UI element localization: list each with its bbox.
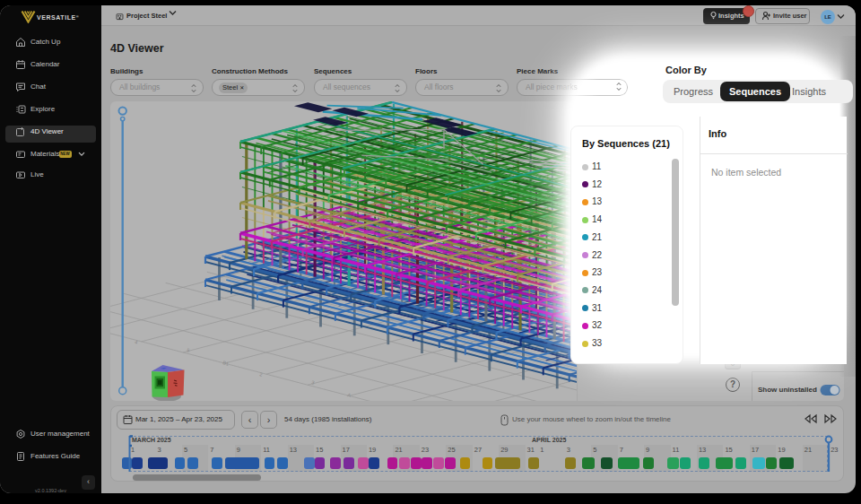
svg-text:2: 2 [259,371,263,378]
svg-text:4: 4 [135,339,138,345]
svg-text:B1: B1 [222,360,230,366]
svg-text:3: 3 [311,379,315,386]
svg-text:5: 5 [187,347,190,353]
